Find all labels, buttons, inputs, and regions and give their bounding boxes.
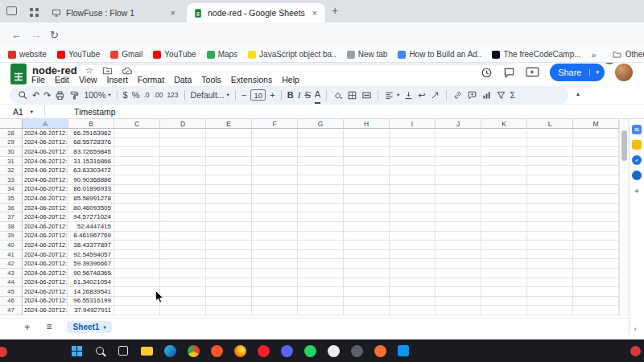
cell-H38[interactable] [344, 222, 390, 232]
cell-D32[interactable] [160, 166, 206, 175]
cell-H47[interactable] [344, 306, 390, 315]
cell-C43[interactable] [114, 269, 160, 278]
cell-D36[interactable] [160, 204, 206, 213]
opera-icon[interactable] [254, 342, 272, 360]
bookmark-javascript-object-ba[interactable]: JavaScript object ba.. [248, 50, 336, 59]
cell-C37[interactable] [114, 212, 160, 222]
cell-K31[interactable] [481, 157, 527, 167]
cell-L42[interactable] [527, 259, 573, 269]
print-icon[interactable] [55, 86, 65, 104]
cell-M38[interactable] [573, 222, 619, 232]
cell-L47[interactable] [527, 306, 573, 315]
file-explorer-icon[interactable] [138, 342, 155, 360]
create-filter-icon[interactable] [496, 86, 506, 104]
cell-M44[interactable] [573, 278, 619, 288]
cell-L46[interactable] [527, 297, 573, 306]
cell-F30[interactable] [252, 147, 298, 157]
cell-C35[interactable] [114, 194, 160, 204]
row-header-47[interactable]: 47 [0, 306, 23, 315]
discord-icon[interactable] [278, 342, 295, 360]
paint-format-icon[interactable] [69, 86, 80, 104]
cell-K36[interactable] [481, 204, 527, 213]
cell-G29[interactable] [298, 138, 344, 148]
cell-K40[interactable] [481, 241, 527, 250]
cell-M32[interactable] [573, 166, 619, 175]
row-header-31[interactable]: 31 [0, 157, 23, 167]
cell-D45[interactable] [160, 287, 206, 297]
column-header-K[interactable]: K [481, 119, 527, 129]
cell-I33[interactable] [390, 175, 436, 185]
calendar-icon[interactable]: 31 [632, 125, 642, 134]
cell-J44[interactable] [436, 278, 481, 288]
cell-G40[interactable] [298, 241, 344, 250]
cell-B39[interactable]: 8.461967769 [68, 232, 114, 241]
cell-K34[interactable] [481, 185, 527, 195]
decrease-font-size-button[interactable]: − [242, 86, 246, 104]
cell-C36[interactable] [114, 204, 160, 213]
cell-J45[interactable] [436, 287, 481, 297]
cell-B42[interactable]: 59.39396667 [68, 259, 114, 269]
cell-J35[interactable] [436, 194, 481, 204]
cell-E42[interactable] [206, 259, 252, 269]
row-header-45[interactable]: 45 [0, 287, 23, 297]
cell-F28[interactable] [252, 129, 298, 138]
cell-F43[interactable] [252, 269, 298, 278]
cell-I41[interactable] [390, 250, 436, 260]
cell-K47[interactable] [481, 306, 527, 315]
functions-icon[interactable]: Σ [510, 86, 516, 104]
cell-E47[interactable] [206, 306, 252, 315]
font-size-input[interactable]: 10 [250, 89, 266, 101]
refresh-button[interactable]: ↻ [50, 29, 59, 41]
cell-L31[interactable] [527, 157, 573, 167]
cell-I47[interactable] [390, 306, 436, 315]
menu-data[interactable]: Data [174, 75, 192, 84]
cell-E41[interactable] [206, 250, 252, 260]
menu-tools[interactable]: Tools [201, 75, 221, 84]
bookmark-gmail[interactable]: Gmail [110, 50, 142, 59]
cell-A47[interactable]: 2024-06-20T12: [23, 306, 68, 315]
cell-H40[interactable] [344, 241, 390, 250]
cell-D29[interactable] [160, 138, 206, 148]
cell-K39[interactable] [481, 232, 527, 241]
cell-I39[interactable] [390, 232, 436, 241]
cell-F46[interactable] [252, 297, 298, 306]
cell-K33[interactable] [481, 175, 527, 185]
cell-E35[interactable] [206, 194, 252, 204]
back-button[interactable]: ← [11, 29, 22, 41]
font-select[interactable]: Default... ▾ [191, 86, 229, 104]
cell-B31[interactable]: 31.15316866 [68, 157, 114, 167]
cell-K43[interactable] [481, 269, 527, 278]
edge-icon[interactable] [161, 342, 179, 360]
column-header-M[interactable]: M [573, 119, 619, 129]
cell-D35[interactable] [160, 194, 206, 204]
cell-I45[interactable] [390, 287, 436, 297]
cell-K45[interactable] [481, 287, 527, 297]
cell-L37[interactable] [527, 212, 573, 222]
row-header-42[interactable]: 42 [0, 259, 23, 269]
cell-G30[interactable] [298, 147, 344, 157]
cell-K37[interactable] [481, 212, 527, 222]
column-header-J[interactable]: J [436, 119, 481, 129]
undo-icon[interactable]: ↶ [32, 86, 39, 104]
cell-C32[interactable] [114, 166, 160, 175]
bookmarks-overflow-icon[interactable]: » [592, 50, 597, 60]
cell-F33[interactable] [252, 175, 298, 185]
cell-A44[interactable]: 2024-06-20T12: [23, 278, 68, 288]
cell-F38[interactable] [252, 222, 298, 232]
cell-H35[interactable] [344, 194, 390, 204]
contacts-icon[interactable] [632, 171, 642, 180]
column-header-E[interactable]: E [206, 119, 252, 129]
cell-C41[interactable] [114, 250, 160, 260]
cell-F40[interactable] [252, 241, 298, 250]
share-dropdown-icon[interactable]: ▾ [589, 69, 605, 76]
row-header-33[interactable]: 33 [0, 175, 23, 185]
row-header-28[interactable]: 28 [0, 129, 23, 138]
cell-H34[interactable] [344, 185, 390, 195]
bookmark-youtube[interactable]: YouTube [153, 50, 196, 59]
vertical-align-icon[interactable] [403, 86, 414, 104]
cell-G28[interactable] [298, 129, 344, 138]
cell-B40[interactable]: 38.43377897 [68, 241, 114, 250]
menu-format[interactable]: Format [138, 75, 164, 84]
cell-H36[interactable] [344, 204, 390, 213]
cell-E46[interactable] [206, 297, 252, 306]
